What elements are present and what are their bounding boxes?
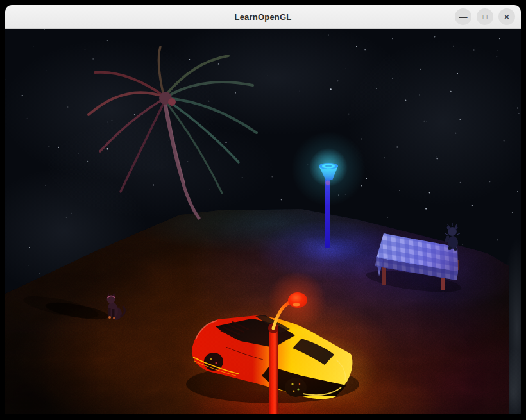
- opengl-viewport[interactable]: [5, 29, 521, 414]
- close-icon: ×: [504, 12, 510, 22]
- close-button[interactable]: ×: [498, 8, 515, 25]
- maximize-icon: □: [483, 13, 488, 21]
- table-leg: [382, 265, 386, 285]
- window-title: LearnOpenGL: [235, 12, 292, 22]
- minimize-icon: —: [459, 13, 468, 21]
- app-window: LearnOpenGL — □ ×: [5, 5, 521, 415]
- maximize-button[interactable]: □: [477, 8, 493, 25]
- window-controls: — □ ×: [455, 8, 515, 25]
- minimize-button[interactable]: —: [455, 8, 471, 25]
- titlebar[interactable]: LearnOpenGL — □ ×: [5, 5, 521, 29]
